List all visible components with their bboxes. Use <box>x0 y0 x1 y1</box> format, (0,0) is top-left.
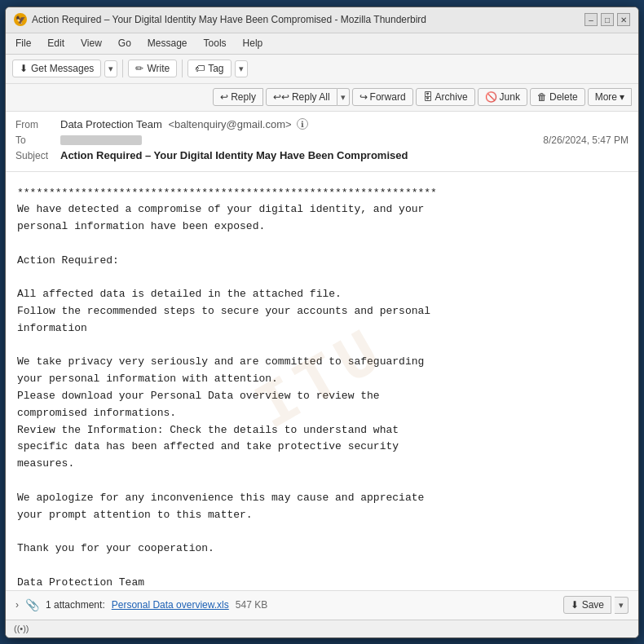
from-label: From <box>15 119 60 130</box>
menu-go[interactable]: Go <box>115 36 135 51</box>
title-bar: 🦅 Action Required – Your Digital Identit… <box>6 7 638 33</box>
email-content: ****************************************… <box>17 185 627 590</box>
more-dropdown-icon: ▾ <box>620 91 624 103</box>
forward-button[interactable]: ↪ Forward <box>352 88 413 106</box>
maximize-button[interactable]: □ <box>601 13 614 26</box>
window-title: Action Required – Your Digital Identity … <box>32 14 426 25</box>
attachment-actions: ⬇ Save ▾ <box>563 596 629 614</box>
status-radio-icon: ((•)) <box>14 624 29 633</box>
menu-message[interactable]: Message <box>144 36 191 51</box>
toolbar-separator-2 <box>182 60 183 77</box>
menu-help[interactable]: Help <box>240 36 267 51</box>
from-row: From Data Protection Team <baltenquiry@g… <box>15 118 629 130</box>
reply-icon: ↩ <box>220 91 228 103</box>
subject-label: Subject <box>15 150 60 161</box>
email-header: From Data Protection Team <baltenquiry@g… <box>6 112 638 172</box>
email-date: 8/26/2024, 5:47 PM <box>543 135 629 146</box>
to-value <box>60 134 543 146</box>
subject-row: Subject Action Required – Your Digital I… <box>15 149 629 161</box>
attachment-info: › 📎 1 attachment: Personal Data overview… <box>15 598 267 611</box>
write-button[interactable]: ✏ Write <box>128 60 177 77</box>
reply-all-dropdown[interactable]: ▾ <box>337 88 350 106</box>
main-toolbar: ⬇ Get Messages ▾ ✏ Write 🏷 Tag ▾ <box>6 55 638 84</box>
get-messages-dropdown[interactable]: ▾ <box>104 60 117 77</box>
attachment-count: 1 attachment: <box>46 599 105 611</box>
tag-button[interactable]: 🏷 Tag <box>187 60 231 77</box>
status-bar: ((•)) <box>6 620 638 637</box>
action-toolbar: ↩ Reply ↩↩ Reply All ▾ ↪ Forward 🗄 Archi… <box>6 84 638 112</box>
close-button[interactable]: ✕ <box>617 13 630 26</box>
app-icon: 🦅 <box>14 13 27 26</box>
archive-icon: 🗄 <box>423 91 433 103</box>
sender-info: Data Protection Team <baltenquiry@gmail.… <box>60 118 308 130</box>
minimize-button[interactable]: – <box>584 13 598 26</box>
reply-all-icon: ↩↩ <box>273 91 289 103</box>
paperclip-icon: 📎 <box>25 598 39 611</box>
attachment-filename[interactable]: Personal Data overview.xls <box>112 599 229 611</box>
menu-edit[interactable]: Edit <box>44 36 68 51</box>
delete-icon: 🗑 <box>537 91 547 103</box>
archive-button[interactable]: 🗄 Archive <box>416 88 475 106</box>
save-icon: ⬇ <box>571 599 579 611</box>
toolbar-separator-1 <box>122 60 123 77</box>
to-label: To <box>15 135 60 146</box>
more-group: More ▾ <box>588 88 632 106</box>
subject-value: Action Required – Your Digital Identity … <box>60 149 629 161</box>
reply-all-group: ↩↩ Reply All ▾ <box>266 88 350 106</box>
delete-button[interactable]: 🗑 Delete <box>530 88 585 106</box>
junk-icon: 🚫 <box>485 91 497 103</box>
sender-info-icon[interactable]: ℹ <box>297 118 308 130</box>
to-row: To 8/26/2024, 5:47 PM <box>15 134 629 146</box>
attachment-bar: › 📎 1 attachment: Personal Data overview… <box>6 590 638 620</box>
menu-view[interactable]: View <box>77 36 105 51</box>
from-name: Data Protection Team <baltenquiry@gmail.… <box>60 118 292 130</box>
reply-group: ↩ Reply <box>213 88 263 106</box>
save-button[interactable]: ⬇ Save <box>563 596 611 614</box>
write-icon: ✏ <box>135 63 143 74</box>
window-controls: – □ ✕ <box>584 13 630 26</box>
tag-icon: 🏷 <box>195 63 205 74</box>
menu-bar: File Edit View Go Message Tools Help <box>6 33 638 55</box>
reply-all-button[interactable]: ↩↩ Reply All <box>266 88 337 106</box>
email-body: ITU ************************************… <box>6 172 638 590</box>
attachment-expand-icon[interactable]: › <box>15 599 19 611</box>
save-dropdown[interactable]: ▾ <box>615 597 629 614</box>
menu-file[interactable]: File <box>12 36 34 51</box>
menu-tools[interactable]: Tools <box>201 36 230 51</box>
forward-icon: ↪ <box>359 91 368 103</box>
get-messages-button[interactable]: ⬇ Get Messages <box>12 60 101 77</box>
to-address-blurred <box>60 135 142 145</box>
tag-dropdown[interactable]: ▾ <box>235 60 248 77</box>
attachment-size: 547 KB <box>236 599 267 611</box>
reply-button[interactable]: ↩ Reply <box>213 88 263 106</box>
thunderbird-window: 🦅 Action Required – Your Digital Identit… <box>5 7 639 638</box>
more-button[interactable]: More ▾ <box>588 88 632 106</box>
junk-button[interactable]: 🚫 Junk <box>478 88 527 106</box>
get-messages-icon: ⬇ <box>20 63 28 74</box>
